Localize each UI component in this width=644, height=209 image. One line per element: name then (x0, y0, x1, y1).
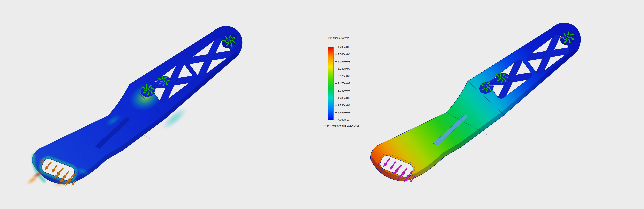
tick-mark-icon (335, 120, 337, 120)
tick-mark-icon (335, 69, 337, 69)
von-mises-model-view[interactable] (25, 26, 243, 188)
scale-value: 1.047e+08 (335, 68, 350, 70)
scale-value: 7.475e+07 (335, 82, 350, 85)
von-mises-legend: von Mises (N/m^2) (328, 36, 374, 132)
tick-mark-icon (335, 47, 337, 47)
color-scale-bar (328, 47, 334, 120)
tick-mark-icon (335, 91, 337, 91)
tick-mark-icon (335, 112, 337, 113)
simulation-canvas: von Mises (N/m^2) (0, 0, 644, 209)
tick-mark-icon (335, 83, 337, 84)
scale-value: 1.346e+08 (335, 53, 350, 56)
scale-value: 4.485e+07 (335, 96, 350, 100)
scale-value: 4.192e-01 (335, 118, 350, 121)
model-canvas (0, 0, 644, 209)
tick-mark-icon (335, 98, 337, 98)
scale-labels: 1.495e+08 1.346e+08 1.196e+08 1.047e+08 … (335, 46, 350, 121)
yield-arrow-icon (323, 126, 327, 126)
yield-strength-label: Yield strength: 2.206e+08 (330, 124, 360, 127)
legend-title: von Mises (N/m^2) (328, 36, 350, 40)
scale-value: 1.495e+08 (335, 46, 350, 48)
yield-strength-marker: Yield strength: 2.206e+08 (323, 124, 360, 127)
tick-mark-icon (335, 76, 337, 76)
scale-value: 2.990e+07 (335, 104, 350, 107)
tick-mark-icon (335, 54, 337, 54)
scale-value: 1.495e+07 (335, 111, 350, 114)
ures-model-view[interactable] (370, 23, 581, 183)
scale-value: 5.980e+07 (335, 89, 350, 92)
tick-mark-icon (335, 62, 337, 62)
scale-value: 8.970e+07 (335, 75, 350, 78)
scale-value: 1.196e+08 (335, 60, 350, 63)
tick-mark-icon (335, 105, 337, 106)
